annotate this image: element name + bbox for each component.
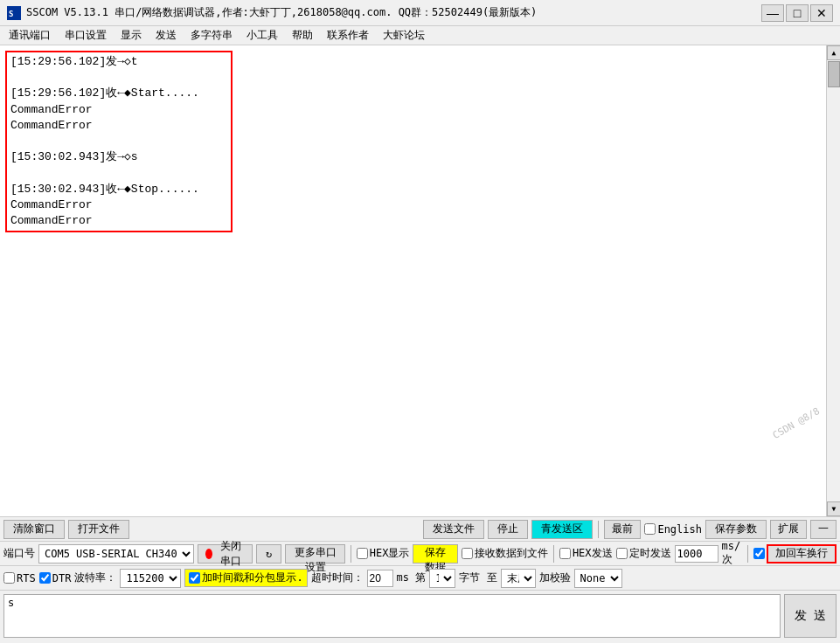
expand-button[interactable]: 扩展 (770, 520, 807, 539)
byte-label: 字节 至 (459, 570, 496, 585)
timeout-label: 超时时间： (311, 570, 364, 585)
dtr-checkbox[interactable] (39, 572, 51, 584)
menu-display[interactable]: 显示 (114, 26, 149, 45)
title-bar: S SSCOM V5.13.1 串口/网络数据调试器,作者:大虾丁丁,26180… (0, 0, 840, 26)
output-area: [15:29:56.102]发→◇t [15:29:56.102]收←◆Star… (0, 45, 840, 516)
english-label: English (657, 523, 702, 536)
menu-bar: 通讯端口 串口设置 显示 发送 多字符串 小工具 帮助 联系作者 大虾论坛 (0, 26, 840, 45)
dtr-label[interactable]: DTR (39, 572, 72, 584)
save-data-button[interactable]: 保存数据 (413, 544, 458, 563)
save-params-button[interactable]: 保存参数 (705, 520, 767, 539)
recv-file-text: 接收数据到文件 (475, 546, 548, 561)
recv-file-label[interactable]: 接收数据到文件 (462, 546, 548, 561)
log-line-3: [15:29:56.102]收←◆Start..... (10, 86, 227, 101)
timestamp-label[interactable]: 加时间戳和分包显示. (184, 569, 307, 587)
send-button[interactable]: 发 送 (784, 594, 837, 638)
send-area: s 发 送 (0, 591, 840, 643)
refresh-button[interactable]: ↻ (256, 544, 281, 563)
hex-send-checkbox[interactable] (559, 548, 571, 559)
open-file-button[interactable]: 打开文件 (68, 520, 129, 539)
main-area: [15:29:56.102]发→◇t [15:29:56.102]收←◆Star… (0, 45, 840, 643)
english-checkbox[interactable] (644, 523, 656, 535)
timed-send-checkbox[interactable] (616, 548, 628, 559)
timed-send-label[interactable]: 定时发送 (616, 546, 671, 561)
rts-text: RTS (17, 572, 36, 584)
recv-file-checkbox[interactable] (462, 548, 473, 559)
sep2 (351, 545, 351, 563)
timeout-input[interactable] (367, 570, 393, 587)
output-content: [15:29:56.102]发→◇t [15:29:56.102]收←◆Star… (0, 45, 840, 238)
menu-send[interactable]: 发送 (149, 26, 184, 45)
english-checkbox-label[interactable]: English (644, 523, 702, 536)
checksum-select[interactable]: None (574, 569, 622, 588)
clear-window-button[interactable]: 清除窗口 (3, 520, 65, 539)
hex-send-text: HEX发送 (573, 546, 613, 561)
minus-button[interactable]: 一 (810, 520, 837, 539)
log-line-4: CommandError (10, 102, 227, 118)
toolbar-row2: 端口号 COM5 USB-SERIAL CH340 关闭串口 ↻ 更多串口设置 … (0, 542, 840, 566)
maximize-button[interactable]: □ (786, 4, 809, 22)
toolbar-row3: RTS DTR 波特率： 115200 加时间戳和分包显示. 超时时间： ms … (0, 566, 840, 591)
add-crlf-button[interactable]: 加回车换行 (767, 544, 837, 563)
output-log-box: [15:29:56.102]发→◇t [15:29:56.102]收←◆Star… (5, 51, 233, 232)
menu-serial-settings[interactable]: 串口设置 (58, 26, 114, 45)
close-button[interactable]: ✕ (810, 4, 833, 22)
send-area-button[interactable]: 青发送区 (531, 520, 593, 539)
more-ports-button[interactable]: 更多串口设置 (285, 544, 345, 563)
log-line-1: [15:29:56.102]发→◇t (10, 54, 227, 70)
sep1 (598, 521, 599, 538)
close-port-button[interactable]: 关闭串口 (198, 544, 253, 563)
app-icon: S (7, 6, 21, 20)
timestamp-text: 加时间戳和分包显示. (202, 570, 302, 585)
menu-help[interactable]: 帮助 (285, 26, 320, 45)
scrollbar-up-button[interactable]: ▲ (827, 45, 840, 60)
stop-button[interactable]: 停止 (488, 520, 528, 539)
menu-multi-string[interactable]: 多字符串 (184, 26, 240, 45)
port-status-indicator (205, 549, 212, 559)
timed-send-text: 定时发送 (629, 546, 671, 561)
window-controls: — □ ✕ (761, 4, 833, 22)
menu-comm-port[interactable]: 通讯端口 (2, 26, 58, 45)
hex-display-checkbox[interactable] (357, 548, 368, 559)
log-line-9: [15:30:02.943]收←◆Stop...... (10, 182, 227, 197)
port-label: 端口号 (3, 546, 35, 561)
log-line-6 (10, 134, 227, 149)
output-scroll[interactable]: [15:29:56.102]发→◇t [15:29:56.102]收←◆Star… (0, 45, 840, 516)
app-title: SSCOM V5.13.1 串口/网络数据调试器,作者:大虾丁丁,2618058… (26, 5, 761, 20)
log-line-5: CommandError (10, 118, 227, 134)
baud-select[interactable]: 115200 (120, 569, 181, 588)
rts-checkbox[interactable] (3, 572, 15, 584)
rts-label[interactable]: RTS (3, 572, 36, 584)
menu-forum[interactable]: 大虾论坛 (376, 26, 432, 45)
latest-button[interactable]: 最前 (604, 520, 641, 539)
scrollbar-thumb[interactable] (828, 61, 840, 87)
close-port-label: 关闭串口 (216, 539, 245, 569)
menu-contact[interactable]: 联系作者 (320, 26, 376, 45)
ms-label2: ms 第 (397, 570, 427, 585)
end-select[interactable]: 末尾 (501, 569, 536, 588)
byte-select[interactable]: 1 (429, 569, 455, 588)
send-file-button[interactable]: 发送文件 (423, 520, 484, 539)
hex-send-label[interactable]: HEX发送 (559, 546, 613, 561)
dtr-text: DTR (52, 572, 72, 584)
scrollbar-down-button[interactable]: ▼ (827, 501, 840, 516)
hex-display-text: HEX显示 (370, 546, 410, 561)
sep4 (747, 545, 748, 563)
log-line-11: CommandError (10, 213, 227, 229)
svg-text:S: S (9, 10, 13, 18)
port-select[interactable]: COM5 USB-SERIAL CH340 (38, 544, 194, 563)
log-line-10: CommandError (10, 197, 227, 213)
timed-ms-input[interactable] (675, 545, 719, 563)
timestamp-checkbox[interactable] (189, 572, 200, 584)
sep3 (553, 545, 554, 563)
add-crlf-checkbox[interactable] (753, 548, 765, 559)
menu-tools[interactable]: 小工具 (240, 26, 285, 45)
checksum-label: 加校验 (539, 570, 571, 585)
toolbar-row1: 清除窗口 打开文件 发送文件 停止 青发送区 最前 English 保存参数 扩… (0, 517, 840, 542)
minimize-button[interactable]: — (761, 4, 784, 22)
hex-display-label[interactable]: HEX显示 (357, 546, 410, 561)
add-crlf-label-container[interactable]: 加回车换行 (753, 544, 837, 563)
send-input[interactable]: s (3, 594, 781, 638)
scrollbar-track: ▲ ▼ (826, 45, 840, 516)
log-line-8 (10, 165, 227, 181)
